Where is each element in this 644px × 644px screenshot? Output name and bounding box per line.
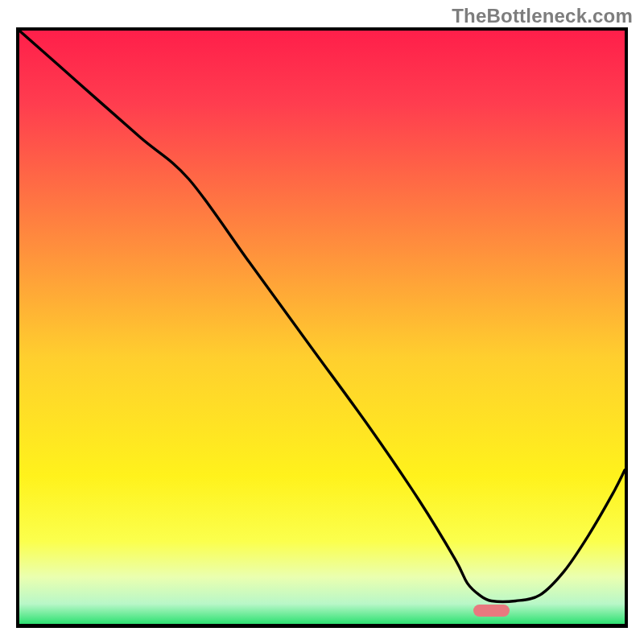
plot-frame xyxy=(16,27,628,628)
watermark-text: TheBottleneck.com xyxy=(452,5,633,27)
